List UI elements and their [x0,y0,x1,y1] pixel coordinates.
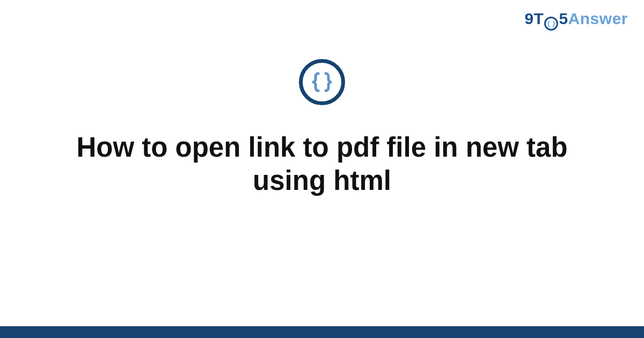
footer-bar [0,326,644,338]
hero-area: How to open link to pdf file in new tab … [0,59,644,197]
logo-o-badge: { } [544,17,558,31]
code-braces-icon [299,59,345,105]
logo-t: T [534,10,544,27]
logo-five: 5 [559,10,568,27]
logo-answer: Answer [568,10,628,27]
logo-nine: 9 [524,10,533,27]
site-logo: 9T{ }5Answer [524,10,628,31]
braces-svg [309,69,335,95]
page-title: How to open link to pdf file in new tab … [38,131,606,197]
